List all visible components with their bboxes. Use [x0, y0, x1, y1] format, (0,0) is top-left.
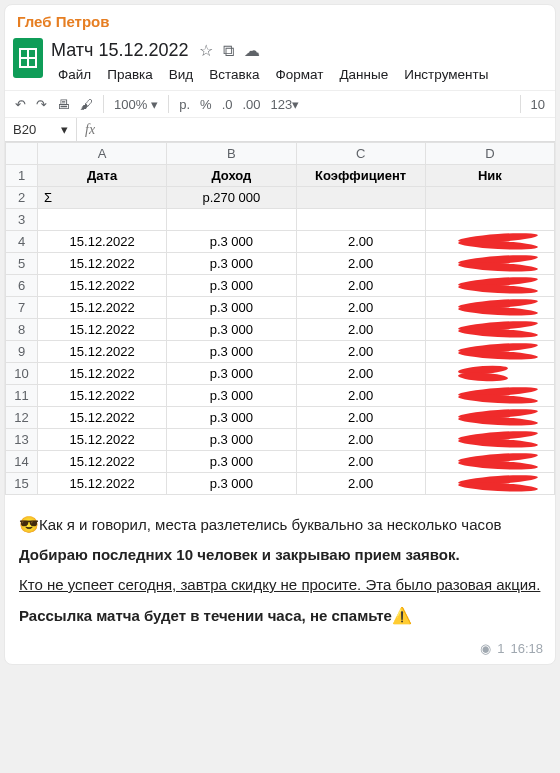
cell[interactable]: 2.00 [296, 429, 425, 451]
cell[interactable]: 15.12.2022 [38, 451, 167, 473]
cell[interactable]: р.3 000 [167, 341, 296, 363]
cell[interactable] [167, 209, 296, 231]
cell[interactable]: р.3 000 [167, 429, 296, 451]
cell[interactable]: р.270 000 [167, 187, 296, 209]
row-header[interactable]: 5 [6, 253, 38, 275]
row-header[interactable]: 8 [6, 319, 38, 341]
formula-bar[interactable] [103, 118, 555, 141]
name-box[interactable]: B20▾ [5, 118, 77, 141]
increase-decimal-button[interactable]: .00 [243, 97, 261, 112]
row-header[interactable]: 2 [6, 187, 38, 209]
menu-view[interactable]: Вид [162, 65, 200, 84]
menu-data[interactable]: Данные [332, 65, 395, 84]
cell[interactable] [425, 209, 554, 231]
cell[interactable]: 15.12.2022 [38, 231, 167, 253]
cell[interactable]: 2.00 [296, 473, 425, 495]
cell[interactable]: 2.00 [296, 385, 425, 407]
undo-icon[interactable]: ↶ [15, 97, 26, 112]
row-header[interactable]: 6 [6, 275, 38, 297]
row-header[interactable]: 1 [6, 165, 38, 187]
move-folder-icon[interactable]: ⧉ [223, 42, 234, 60]
cell[interactable]: р.3 000 [167, 473, 296, 495]
cell[interactable] [425, 451, 554, 473]
cell[interactable]: 15.12.2022 [38, 253, 167, 275]
cell[interactable]: 2.00 [296, 319, 425, 341]
cell[interactable]: р.3 000 [167, 297, 296, 319]
cell[interactable] [425, 231, 554, 253]
col-header-d[interactable]: D [425, 143, 554, 165]
cell[interactable]: 2.00 [296, 451, 425, 473]
cell[interactable]: р.3 000 [167, 275, 296, 297]
cell[interactable]: 15.12.2022 [38, 407, 167, 429]
col-header-c[interactable]: C [296, 143, 425, 165]
cell[interactable]: 2.00 [296, 341, 425, 363]
cell[interactable]: Ник [425, 165, 554, 187]
cell[interactable] [296, 209, 425, 231]
cell[interactable]: 2.00 [296, 275, 425, 297]
row-header[interactable]: 4 [6, 231, 38, 253]
row-header[interactable]: 9 [6, 341, 38, 363]
cell[interactable] [425, 363, 554, 385]
cell[interactable] [296, 187, 425, 209]
menu-file[interactable]: Файл [51, 65, 98, 84]
row-header[interactable]: 3 [6, 209, 38, 231]
cell[interactable]: 15.12.2022 [38, 275, 167, 297]
cell[interactable]: р.3 000 [167, 407, 296, 429]
decrease-decimal-button[interactable]: .0 [222, 97, 233, 112]
cell[interactable]: р.3 000 [167, 253, 296, 275]
zoom-select[interactable]: 100% ▾ [114, 97, 158, 112]
doc-title[interactable]: Матч 15.12.2022 [51, 40, 189, 61]
select-all-cell[interactable] [6, 143, 38, 165]
cell[interactable]: р.3 000 [167, 363, 296, 385]
row-header[interactable]: 14 [6, 451, 38, 473]
cell[interactable]: 15.12.2022 [38, 341, 167, 363]
cell[interactable]: 15.12.2022 [38, 385, 167, 407]
cell[interactable] [425, 297, 554, 319]
cell[interactable]: 15.12.2022 [38, 429, 167, 451]
star-icon[interactable]: ☆ [199, 41, 213, 60]
currency-format-button[interactable]: р. [179, 97, 190, 112]
cell[interactable]: 2.00 [296, 297, 425, 319]
redo-icon[interactable]: ↷ [36, 97, 47, 112]
row-header[interactable]: 12 [6, 407, 38, 429]
cell[interactable]: 2.00 [296, 407, 425, 429]
col-header-a[interactable]: A [38, 143, 167, 165]
cell[interactable]: 15.12.2022 [38, 319, 167, 341]
font-size-input[interactable]: 10 [531, 97, 545, 112]
cell[interactable] [38, 209, 167, 231]
cell[interactable]: р.3 000 [167, 231, 296, 253]
row-header[interactable]: 7 [6, 297, 38, 319]
cell[interactable] [425, 319, 554, 341]
cell[interactable]: 15.12.2022 [38, 297, 167, 319]
cell[interactable] [425, 187, 554, 209]
cell[interactable] [425, 275, 554, 297]
cell[interactable]: р.3 000 [167, 451, 296, 473]
row-header[interactable]: 10 [6, 363, 38, 385]
cell[interactable]: 15.12.2022 [38, 363, 167, 385]
cell[interactable]: 2.00 [296, 231, 425, 253]
cell[interactable]: 15.12.2022 [38, 473, 167, 495]
percent-format-button[interactable]: % [200, 97, 212, 112]
cell[interactable] [425, 473, 554, 495]
paint-format-icon[interactable]: 🖌 [80, 97, 93, 112]
row-header[interactable]: 13 [6, 429, 38, 451]
row-header[interactable]: 11 [6, 385, 38, 407]
spreadsheet-grid[interactable]: A B C D 1ДатаДоходКоэффициентНик2Σр.270 … [5, 142, 555, 495]
cell[interactable]: Доход [167, 165, 296, 187]
menu-edit[interactable]: Правка [100, 65, 160, 84]
cell[interactable] [425, 429, 554, 451]
row-header[interactable]: 15 [6, 473, 38, 495]
cell[interactable]: Σ [38, 187, 167, 209]
cell[interactable]: Коэффициент [296, 165, 425, 187]
cell[interactable] [425, 407, 554, 429]
cell[interactable] [425, 385, 554, 407]
col-header-b[interactable]: B [167, 143, 296, 165]
menu-tools[interactable]: Инструменты [397, 65, 495, 84]
menu-format[interactable]: Формат [268, 65, 330, 84]
cell[interactable]: Дата [38, 165, 167, 187]
cell[interactable]: 2.00 [296, 363, 425, 385]
cell[interactable] [425, 341, 554, 363]
print-icon[interactable]: 🖶 [57, 97, 70, 112]
cell[interactable]: 2.00 [296, 253, 425, 275]
menu-insert[interactable]: Вставка [202, 65, 266, 84]
